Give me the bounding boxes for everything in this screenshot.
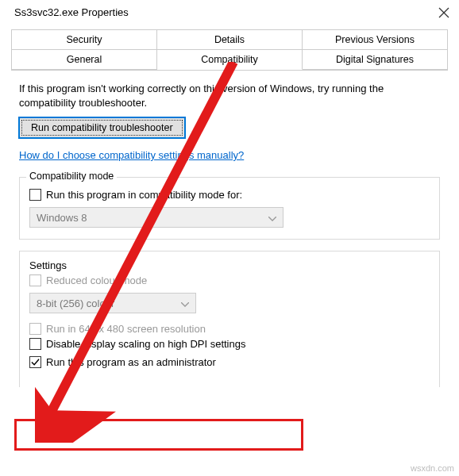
combo-value: Windows 8 <box>37 212 87 224</box>
run-640-label: Run in 640 x 480 screen resolution <box>46 323 206 335</box>
tab-compatibility[interactable]: Compatibility <box>157 50 303 70</box>
reduced-colour-label: Reduced colour mode <box>46 274 147 286</box>
watermark: wsxdn.com <box>411 463 454 473</box>
group-legend: Compatibility mode <box>26 171 117 182</box>
tab-digital-signatures[interactable]: Digital Signatures <box>303 50 447 69</box>
reduced-colour-checkbox <box>29 274 41 286</box>
chevron-down-icon <box>268 212 276 224</box>
tab-previous-versions[interactable]: Previous Versions <box>303 30 447 49</box>
compat-mode-checkbox[interactable] <box>29 189 41 201</box>
chevron-down-icon <box>181 298 189 309</box>
group-legend: Settings <box>29 259 67 271</box>
tabstrip: Security Details Previous Versions Gener… <box>11 29 448 71</box>
help-text: If this program isn't working correctly … <box>19 82 440 109</box>
tab-general[interactable]: General <box>12 50 157 69</box>
disable-dpi-label: Disable display scaling on high DPI sett… <box>46 338 245 350</box>
tab-security[interactable]: Security <box>12 30 157 49</box>
tab-content: If this program isn't working correctly … <box>0 71 459 395</box>
colour-combo: 8-bit (256) colour <box>29 293 196 313</box>
compatibility-mode-group: Compatibility mode Run this program in c… <box>19 177 440 240</box>
disable-dpi-checkbox[interactable] <box>29 338 41 350</box>
run-as-admin-label: Run this program as an administrator <box>46 356 216 368</box>
manual-settings-link[interactable]: How do I choose compatibility settings m… <box>19 149 244 161</box>
annotation-highlight <box>14 419 303 451</box>
window-title: Ss3svc32.exe Properties <box>14 6 129 18</box>
combo-value: 8-bit (256) colour <box>37 298 114 309</box>
run-troubleshooter-button[interactable]: Run compatibility troubleshooter <box>19 117 185 138</box>
run-640-checkbox <box>29 323 41 335</box>
compat-mode-combo[interactable]: Windows 8 <box>29 207 284 228</box>
run-as-admin-checkbox[interactable] <box>29 356 41 368</box>
compat-mode-label: Run this program in compatibility mode f… <box>46 189 242 201</box>
settings-group: Settings Reduced colour mode 8-bit (256)… <box>19 251 440 387</box>
tab-details[interactable]: Details <box>157 30 303 49</box>
close-icon[interactable] <box>438 7 449 18</box>
